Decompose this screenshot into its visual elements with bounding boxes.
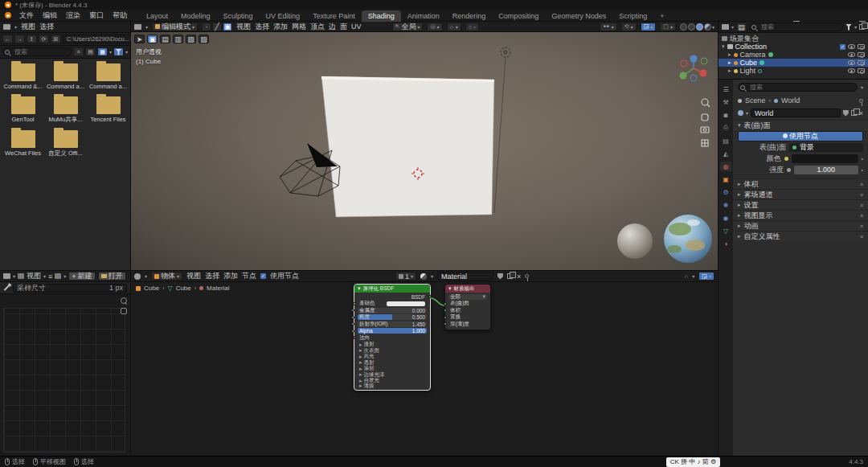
solid-shading-icon[interactable] xyxy=(688,23,695,31)
thumbnail-view-icon[interactable]: ▦ xyxy=(97,47,108,56)
display-mode-icon[interactable]: ▤ xyxy=(736,23,747,31)
open-image-button[interactable]: 打开 xyxy=(98,272,126,281)
add-workspace-button[interactable]: + xyxy=(653,10,670,22)
select-mode-subtract-icon[interactable]: ▥ xyxy=(173,35,183,43)
world-tab-icon[interactable]: ◍ xyxy=(720,162,731,171)
bsdf-node-header[interactable]: ▾ 原理化 BSDF xyxy=(354,285,430,293)
axis-gizmo[interactable] xyxy=(680,55,708,82)
unlink-icon[interactable]: × xyxy=(517,272,521,281)
folder-item[interactable]: WeChat Files xyxy=(3,130,43,158)
transform-orientation[interactable]: ⇱ 全局 ▾ xyxy=(392,23,424,31)
shader-editor-icon[interactable] xyxy=(134,273,141,280)
show-overlays[interactable]: ◲▾ xyxy=(641,23,657,31)
material-tab-icon[interactable]: ◑ xyxy=(720,239,731,248)
gray-sphere[interactable] xyxy=(617,223,653,259)
image-mode-label[interactable]: 视图 xyxy=(27,271,41,281)
use-nodes-button[interactable]: 使用节点 xyxy=(738,131,863,141)
output-target-select[interactable]: 全部▾ xyxy=(448,294,487,300)
menu-select[interactable]: 选择 xyxy=(205,271,219,281)
material-preview-icon[interactable] xyxy=(696,23,703,31)
render-tab-icon[interactable]: ◙ xyxy=(720,110,731,120)
thin-film-panel[interactable]: ▸薄膜 xyxy=(354,384,430,391)
viewport-3d[interactable]: ▾ 编辑模式 ▾ · ╱ ▣ 视图 选择 添加 网格 顶点 边 面 UV ⇱ 全… xyxy=(131,22,718,270)
mode-selector[interactable]: 编辑模式 ▾ xyxy=(152,23,198,31)
ortho-toggle-icon[interactable] xyxy=(702,140,708,146)
wireframe-shading-icon[interactable] xyxy=(680,23,687,31)
light-row[interactable]: ▸ Light xyxy=(719,67,868,75)
tab-geometry-nodes[interactable]: Geometry Nodes xyxy=(545,10,612,22)
copy-datablock-icon[interactable] xyxy=(851,110,857,116)
menu-vertex[interactable]: 顶点 xyxy=(310,22,325,32)
new-image-button[interactable]: +新建 xyxy=(68,272,95,281)
vertex-select-icon[interactable]: · xyxy=(202,23,211,31)
sample-size-field[interactable]: 采样尺寸 1 px xyxy=(13,284,127,293)
fake-user-icon[interactable] xyxy=(497,273,503,280)
tab-rendering[interactable]: Rendering xyxy=(446,10,493,22)
shader-type-selector[interactable]: 物体 ▾ xyxy=(151,272,182,281)
copy-material-icon[interactable] xyxy=(507,273,513,279)
eye-icon[interactable] xyxy=(848,68,855,73)
animate-dot-icon[interactable]: • xyxy=(862,156,863,162)
tab-animation[interactable]: Animation xyxy=(401,10,446,22)
volume-section[interactable]: ▸体积≡ xyxy=(733,178,868,189)
back-button[interactable]: ← xyxy=(2,35,13,43)
eye-icon[interactable] xyxy=(848,60,855,65)
camera-row[interactable]: ▸ Camera xyxy=(719,51,868,59)
menu-view[interactable]: 视图 xyxy=(186,271,201,281)
chevron-right-icon[interactable]: ▸ xyxy=(728,68,731,74)
outliner-editor-icon[interactable] xyxy=(722,24,729,30)
object-type-visibility[interactable]: 👓▾ xyxy=(600,23,617,31)
blender-menu-icon[interactable] xyxy=(5,12,11,18)
cube-row[interactable]: ▸ Cube xyxy=(719,59,868,67)
material-output-node[interactable]: ▾ 材质输出 全部▾ 表(曲)面 体积 置换 厚(薄)度 xyxy=(444,284,491,330)
render-visibility-icon[interactable] xyxy=(858,68,865,73)
modifiers-tab-icon[interactable]: ⚙ xyxy=(720,187,731,197)
custom-properties-section[interactable]: ▸自定义属性≡ xyxy=(733,231,868,241)
menu-select[interactable]: 选择 xyxy=(39,22,54,32)
tab-modeling[interactable]: Modeling xyxy=(174,10,217,22)
viewlayer-tab-icon[interactable]: ▤ xyxy=(720,136,731,145)
particles-tab-icon[interactable]: ❋ xyxy=(720,200,731,210)
displacement-socket[interactable] xyxy=(444,316,447,319)
menu-mesh[interactable]: 网格 xyxy=(292,22,306,32)
image-editor-icon[interactable] xyxy=(3,273,10,279)
vertical-list-icon[interactable]: ≡ xyxy=(73,47,84,56)
use-nodes-checkbox[interactable]: ✓ xyxy=(260,273,266,279)
file-search-input[interactable] xyxy=(2,47,72,56)
menu-add[interactable]: 添加 xyxy=(223,271,238,281)
animate-dot-icon[interactable]: • xyxy=(862,167,863,173)
strength-field[interactable]: 1.000 xyxy=(794,166,858,174)
forward-button[interactable]: → xyxy=(14,35,25,43)
world-name-field[interactable]: World xyxy=(751,109,841,117)
chevron-right-icon[interactable]: ▸ xyxy=(728,51,731,58)
viewport-editor-icon[interactable] xyxy=(134,24,141,30)
surface-shader-select[interactable]: 背景 xyxy=(789,143,863,152)
select-box-tool-icon[interactable]: ➤ xyxy=(134,35,145,43)
shader-editor[interactable]: ▾ 物体 ▾ 视图 选择 添加 节点 ✓ 使用节点 1 ▾ ▾ Material xyxy=(131,270,718,456)
render-visibility-icon[interactable] xyxy=(858,52,865,57)
file-path-field[interactable]: C:\Users\26290\Docu... xyxy=(63,35,133,43)
ior-row[interactable]: 折射率(IOR)1.450 xyxy=(358,322,427,327)
tab-sculpting[interactable]: Sculpting xyxy=(217,10,260,22)
filter-icon[interactable] xyxy=(845,24,852,31)
collection-row[interactable]: ▾ Collection ✓ xyxy=(719,43,868,51)
camera-view-icon[interactable] xyxy=(701,127,709,133)
tool-tab-icon[interactable]: ⚒ xyxy=(720,97,731,107)
roughness-socket[interactable] xyxy=(351,316,354,319)
surface-panel-header[interactable]: ▾表(曲)面 xyxy=(733,120,868,130)
normal-socket[interactable] xyxy=(353,336,356,339)
path-material[interactable]: Material xyxy=(207,285,229,292)
wall-plane[interactable] xyxy=(321,76,494,217)
material-name-field[interactable]: Material xyxy=(437,272,493,281)
color-swatch[interactable] xyxy=(792,154,858,163)
new-collection-icon[interactable] xyxy=(859,24,865,30)
menu-uv[interactable]: UV xyxy=(351,23,362,31)
scene-tab-icon[interactable]: ◭ xyxy=(720,149,731,158)
path-data[interactable]: Cube xyxy=(176,285,191,292)
collection-checkbox[interactable]: ✓ xyxy=(840,44,845,50)
select-mode-intersect-icon[interactable]: ▨ xyxy=(199,35,209,43)
fake-user-icon[interactable] xyxy=(843,110,849,117)
properties-search-input[interactable] xyxy=(738,83,858,92)
render-visibility-icon[interactable] xyxy=(858,44,865,49)
scene-collection-row[interactable]: 场景集合 xyxy=(719,35,868,43)
